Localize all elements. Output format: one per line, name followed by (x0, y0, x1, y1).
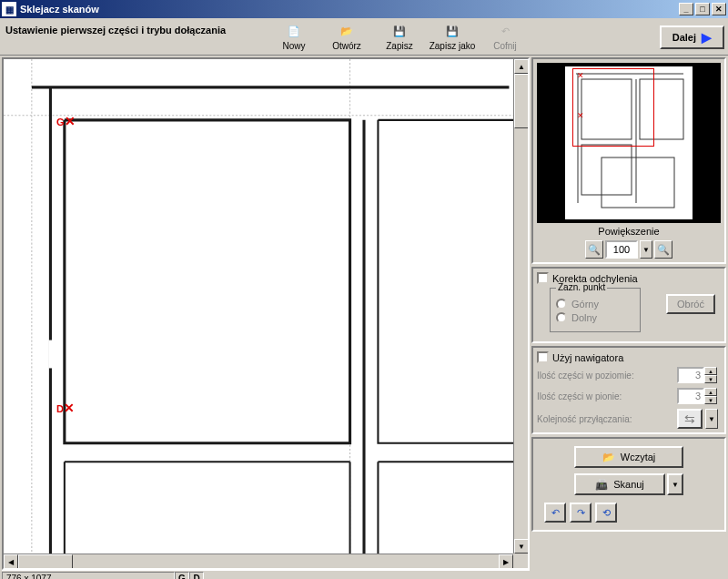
save-button[interactable]: 💾 Zapisz (375, 20, 424, 53)
scroll-thumb[interactable] (18, 554, 73, 568)
saveas-button[interactable]: 💾 Zapisz jako (428, 20, 477, 53)
status-g[interactable]: G (175, 572, 189, 580)
instruction-text: Ustawienie pierwszej części i trybu dołą… (5, 20, 269, 36)
navigator-checkbox[interactable] (537, 351, 549, 363)
korekta-checkbox[interactable] (537, 272, 549, 284)
open-button[interactable]: 📂 Otwórz (322, 20, 371, 53)
scan-canvas[interactable] (4, 59, 528, 568)
new-icon: 📄 (285, 22, 303, 40)
rotate-right-90-button[interactable]: ↷ (570, 503, 592, 523)
status-d[interactable]: D (189, 572, 204, 580)
deviation-panel: Korekta odchylenia Górny Dolny Obróć (531, 267, 726, 343)
navigator-label: Użyj nawigatora (552, 352, 623, 363)
save-icon: 💾 (390, 22, 409, 40)
navigator-panel: Użyj nawigatora Ilość części w poziomie:… (531, 346, 726, 434)
zoom-label: Powiększenie (537, 226, 721, 237)
zoom-out-button[interactable]: 🔍 (654, 240, 672, 259)
vertical-scrollbar[interactable]: ▲ ▼ (513, 59, 528, 554)
canvas-pane: G✕ D✕ ▲ ▼ ◀ ▶ (2, 57, 530, 570)
point-group: Górny Dolny (550, 288, 641, 332)
preview-panel: ✕ ✕ Powiększenie 🔍 ▼ 🔍 (531, 57, 726, 264)
horizontal-scrollbar[interactable]: ◀ ▶ (4, 554, 513, 568)
undo-icon: ↶ (496, 22, 514, 40)
close-button[interactable]: ✕ (712, 3, 726, 15)
scroll-left-button[interactable]: ◀ (4, 554, 18, 568)
scanner-icon: 📠 (595, 479, 608, 491)
scroll-right-button[interactable]: ▶ (499, 554, 513, 568)
horiz-label: Ilość części w poziomie: (537, 371, 673, 381)
scroll-down-button[interactable]: ▼ (514, 539, 528, 554)
minimize-button[interactable]: _ (679, 3, 693, 15)
rotate-button[interactable]: Obróć (666, 294, 715, 314)
vert-spinner[interactable]: ▲▼ (677, 388, 721, 404)
preview-selection[interactable]: ✕ ✕ (572, 68, 654, 147)
cross-icon: ✕ (65, 114, 76, 128)
undo-button[interactable]: ↶ Cofnij (480, 20, 530, 53)
marker-g[interactable]: G✕ (56, 114, 76, 128)
status-dimensions: 776 x 1077 (2, 572, 175, 580)
order-dropdown[interactable]: ▼ (705, 409, 718, 429)
cross-icon: ✕ (577, 111, 584, 120)
bottom-radio[interactable] (556, 312, 567, 323)
title-bar: ▦ Sklejacz skanów _ □ ✕ (0, 0, 728, 18)
zoom-input[interactable] (605, 240, 638, 259)
status-bar: 776 x 1077 G D (2, 570, 530, 579)
load-button[interactable]: 📂 Wczytaj (574, 446, 683, 468)
maximize-button[interactable]: □ (695, 3, 710, 15)
next-button[interactable]: Dalej ▶ (660, 25, 724, 49)
order-icon[interactable]: ⇆ (677, 409, 703, 429)
scan-button[interactable]: 📠 Skanuj (574, 473, 665, 495)
rotate-left-90-button[interactable]: ↶ (544, 503, 566, 523)
zoom-in-button[interactable]: 🔍 (585, 240, 603, 259)
next-arrow-icon: ▶ (702, 30, 712, 45)
saveas-icon: 💾 (443, 22, 461, 40)
rotate-180-button[interactable]: ⟲ (595, 503, 617, 523)
window-title: Sklejacz skanów (20, 4, 677, 15)
scroll-thumb[interactable] (514, 74, 528, 128)
toolbar: Ustawienie pierwszej części i trybu dołą… (0, 18, 728, 56)
folder-icon: 📂 (602, 452, 615, 463)
overview-preview[interactable]: ✕ ✕ (537, 63, 721, 223)
svg-rect-4 (48, 340, 54, 369)
zoom-dropdown[interactable]: ▼ (640, 240, 652, 259)
order-label: Kolejność przyłączania: (537, 414, 673, 424)
cross-icon: ✕ (64, 401, 75, 415)
open-icon: 📂 (338, 22, 356, 40)
new-button[interactable]: 📄 Nowy (269, 20, 318, 53)
cross-icon: ✕ (577, 71, 584, 80)
scroll-up-button[interactable]: ▲ (514, 59, 528, 74)
vert-label: Ilość części w pionie: (537, 391, 673, 401)
actions-panel: 📂 Wczytaj 📠 Skanuj ▼ ↶ ↷ ⟲ (531, 437, 726, 532)
scan-dropdown[interactable]: ▼ (667, 473, 683, 495)
marker-d[interactable]: D✕ (56, 401, 75, 415)
top-radio[interactable] (556, 299, 567, 310)
app-icon: ▦ (2, 2, 16, 16)
horiz-spinner[interactable]: ▲▼ (677, 367, 721, 383)
svg-rect-0 (4, 59, 528, 568)
